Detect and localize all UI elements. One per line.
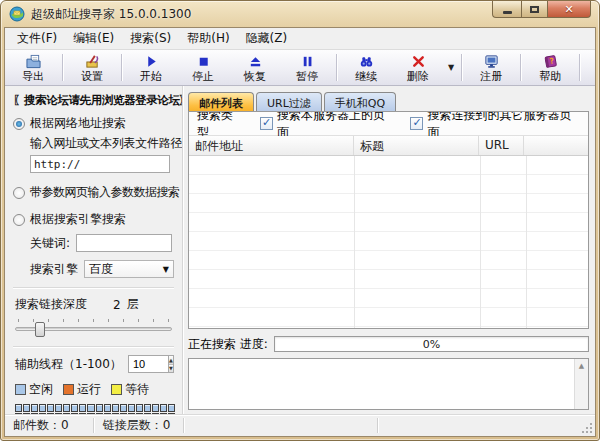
- legend-waiting: 等待: [111, 381, 149, 398]
- toolbar-separator: [461, 54, 462, 81]
- resume-button[interactable]: 恢复: [229, 51, 281, 84]
- toolbar-button-label: 继续: [355, 70, 377, 83]
- column-header-email[interactable]: 邮件地址: [189, 136, 354, 155]
- log-scrollbar[interactable]: ▲: [574, 359, 588, 409]
- toolbar-separator: [62, 54, 63, 81]
- delete-dropdown-button[interactable]: ▼: [444, 51, 458, 84]
- window-controls: ✕: [492, 1, 591, 18]
- toolbar-separator: [520, 54, 521, 81]
- pause-button[interactable]: 暂停: [281, 51, 333, 84]
- thread-cell: [63, 404, 70, 412]
- legend-label: 空闲: [29, 381, 53, 398]
- keyword-input[interactable]: [76, 234, 172, 252]
- close-button[interactable]: ✕: [548, 1, 591, 18]
- thread-cell: [104, 404, 111, 412]
- spinner-up-button[interactable]: ▲: [169, 356, 173, 365]
- toolbar: 导出 设置 开始 停止 恢复: [5, 50, 595, 86]
- settings-icon: [85, 54, 100, 69]
- resize-grip[interactable]: [581, 422, 593, 434]
- url-input-hint: 输入网址或文本列表文件路径: [30, 135, 174, 152]
- divider: [13, 346, 174, 348]
- progress-row: 正在搜索 进度: 0%: [188, 334, 589, 354]
- depth-slider[interactable]: [15, 319, 172, 337]
- slider-thumb[interactable]: [35, 322, 45, 337]
- thread-cell: [15, 404, 22, 412]
- engine-row: 搜索引擎 百度 ▼: [30, 260, 174, 278]
- status-divider: [93, 418, 94, 433]
- column-header-title[interactable]: 标题: [354, 136, 479, 155]
- export-button[interactable]: 导出: [7, 51, 59, 84]
- column-divider: [480, 156, 481, 328]
- thread-cell: [39, 404, 46, 412]
- minimize-button[interactable]: [492, 1, 521, 18]
- log-area[interactable]: ▲: [188, 358, 589, 410]
- menu-search[interactable]: 搜索(S): [122, 28, 179, 49]
- mail-count-status: 邮件数：0: [13, 417, 69, 434]
- radio-search-by-engine[interactable]: 根据搜索引擎搜索: [13, 211, 174, 228]
- maximize-button[interactable]: [521, 1, 548, 18]
- delete-button[interactable]: 删除: [392, 51, 444, 84]
- play-icon: [144, 54, 159, 69]
- radio-icon: [13, 214, 25, 226]
- results-panel: 邮件列表 URL过滤 手机和QQ 搜索类型 搜索本服务器上的页面 搜索连接到的其…: [183, 86, 595, 414]
- table-header: 邮件地址 标题 URL: [189, 136, 588, 156]
- eject-icon: [248, 54, 263, 69]
- tab-url-filter[interactable]: URL过滤: [256, 92, 322, 111]
- tab-phone-qq[interactable]: 手机和QQ: [324, 92, 396, 111]
- depth-row: 搜索链接深度 2 层: [15, 296, 174, 313]
- toolbar-button-label: 恢复: [244, 70, 266, 83]
- title-bar: 超级邮址搜寻家 15.0.0.1300 ✕: [1, 1, 599, 27]
- radio-search-by-url[interactable]: 根据网络地址搜索: [13, 115, 174, 132]
- start-button[interactable]: 开始: [125, 51, 177, 84]
- maximize-icon: [530, 6, 539, 13]
- link-depth-status: 链接层数：0: [103, 417, 171, 434]
- app-client-area: 文件(F) 编辑(E) 搜索(S) 帮助(H) 隐藏(Z) 导出: [4, 27, 596, 437]
- menu-help[interactable]: 帮助(H): [179, 28, 237, 49]
- toolbar-separator: [121, 54, 122, 81]
- thread-cell: [47, 404, 54, 412]
- thread-cell: [120, 404, 127, 412]
- toolbar-button-label: 帮助: [539, 70, 561, 83]
- column-divider: [526, 156, 527, 328]
- thread-legend: 空闲 运行 等待: [15, 381, 174, 398]
- red-x-icon: [411, 54, 426, 69]
- thread-cell: [71, 404, 78, 412]
- checkbox-icon: [260, 117, 273, 130]
- register-button[interactable]: 注册: [465, 51, 517, 84]
- thread-cell: [31, 404, 38, 412]
- radio-label: 带参数网页输入参数数据搜索: [30, 184, 180, 201]
- threads-input[interactable]: [128, 355, 168, 373]
- help-button[interactable]: ? 帮助: [524, 51, 576, 84]
- column-header-url[interactable]: URL: [479, 136, 524, 155]
- column-header-empty: [524, 136, 588, 155]
- continue-button[interactable]: 继续: [340, 51, 392, 84]
- running-swatch: [63, 384, 74, 395]
- toolbar-separator: [336, 54, 337, 81]
- menu-edit[interactable]: 编辑(E): [65, 28, 122, 49]
- depth-unit: 层: [127, 296, 139, 313]
- stop-button[interactable]: 停止: [177, 51, 229, 84]
- settings-button[interactable]: 设置: [66, 51, 118, 84]
- menu-file[interactable]: 文件(F): [9, 28, 65, 49]
- spinner-down-button[interactable]: ▼: [169, 365, 173, 373]
- toolbar-button-label: 导出: [22, 70, 44, 83]
- engine-selected-value: 百度: [89, 261, 113, 278]
- url-input[interactable]: [30, 155, 170, 173]
- table-body[interactable]: [189, 156, 588, 328]
- thread-grid: [15, 404, 175, 414]
- scroll-up-icon[interactable]: ▲: [575, 359, 588, 373]
- radio-search-by-params[interactable]: 带参数网页输入参数数据搜索: [13, 184, 174, 201]
- engine-select[interactable]: 百度 ▼: [84, 260, 174, 278]
- thread-cell: [96, 404, 103, 412]
- threads-spinner: ▲ ▼: [168, 355, 174, 373]
- tab-mail-list[interactable]: 邮件列表: [188, 92, 254, 111]
- engine-label: 搜索引擎: [30, 261, 78, 278]
- threads-label: 辅助线程（1-100）: [15, 356, 122, 373]
- menu-hide[interactable]: 隐藏(Z): [238, 28, 296, 49]
- toolbar-button-label: 暂停: [296, 70, 318, 83]
- search-type-row: 搜索类型 搜索本服务器上的页面 搜索连接到的其它服务器页面: [189, 112, 588, 136]
- toolbar-separator: [579, 54, 580, 81]
- status-divider: [377, 418, 378, 433]
- pause-icon: [300, 54, 315, 69]
- thread-cell: [87, 404, 94, 412]
